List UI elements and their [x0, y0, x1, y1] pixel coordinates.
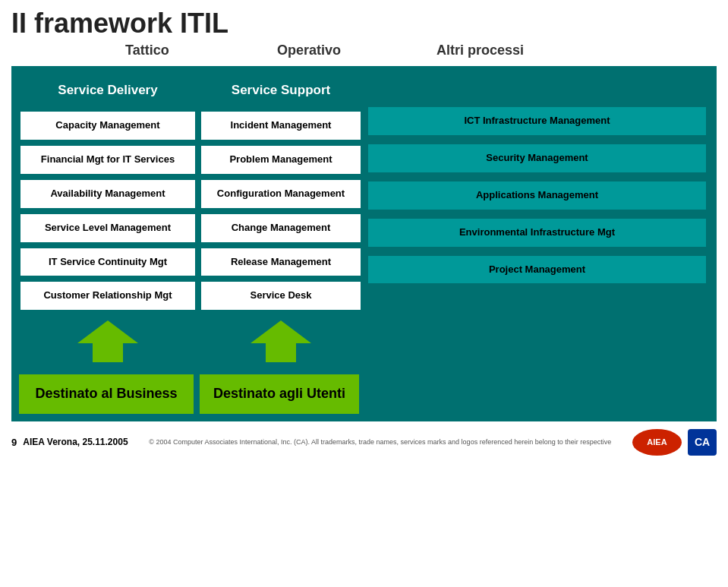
- altri-item-5: Project Management: [367, 254, 708, 286]
- support-item-3: Configuration Management: [201, 180, 361, 208]
- page: II framework ITIL Tattico Operativo Altr…: [0, 0, 728, 463]
- destination-row: Destinato al Business Destinato agli Ute…: [11, 374, 717, 421]
- support-header: Service Support: [201, 78, 361, 103]
- support-arrow: [201, 320, 361, 362]
- col-service-support: Service Support Incident Management Prob…: [201, 78, 361, 362]
- support-item-2: Problem Management: [201, 146, 361, 174]
- svg-marker-1: [251, 320, 311, 362]
- altri-item-1: ICT Infrastructure Management: [367, 106, 708, 137]
- support-item-4: Change Management: [201, 214, 361, 242]
- aiea-logo: AIEA: [632, 429, 682, 456]
- page-title: II framework ITIL: [11, 8, 228, 39]
- dest-business: Destinato al Business: [19, 374, 194, 413]
- support-item-1: Incident Management: [201, 112, 361, 140]
- delivery-item-5: IT Service Continuity Mgt: [20, 248, 195, 276]
- col-service-delivery: Service Delivery Capacity Management Fin…: [20, 78, 195, 362]
- delivery-arrow: [20, 320, 195, 362]
- footer-org: AIEA Verona, 25.11.2005: [23, 437, 128, 447]
- subtitle-operativo: Operativo: [277, 43, 436, 58]
- svg-marker-0: [77, 320, 138, 362]
- delivery-item-1: Capacity Management: [20, 112, 195, 140]
- altri-item-4: Environmental Infrastructure Mgt: [367, 217, 708, 248]
- support-item-6: Service Desk: [201, 282, 361, 310]
- footer-copyright: © 2004 Computer Associates International…: [134, 438, 626, 446]
- col-altri-processi: ICT Infrastructure Management Security M…: [367, 78, 708, 362]
- footer: 9 AIEA Verona, 25.11.2005 © 2004 Compute…: [11, 429, 717, 456]
- altri-item-3: Applications Management: [367, 180, 708, 211]
- delivery-item-2: Financial Mgt for IT Services: [20, 146, 195, 174]
- support-item-5: Release Management: [201, 248, 361, 276]
- dest-utenti: Destinato agli Utenti: [200, 374, 359, 413]
- delivery-item-6: Customer Relationship Mgt: [20, 282, 195, 310]
- main-content-area: Service Delivery Capacity Management Fin…: [11, 66, 717, 374]
- delivery-header: Service Delivery: [20, 78, 195, 103]
- altri-item-2: Security Management: [367, 143, 708, 174]
- delivery-item-3: Availability Management: [20, 180, 195, 208]
- footer-page-num: 9: [11, 437, 17, 448]
- ca-logo: CA: [688, 429, 717, 456]
- subtitle-tattico: Tattico: [125, 43, 277, 58]
- subtitle-altri: Altri processi: [436, 43, 717, 58]
- delivery-item-4: Service Level Management: [20, 214, 195, 242]
